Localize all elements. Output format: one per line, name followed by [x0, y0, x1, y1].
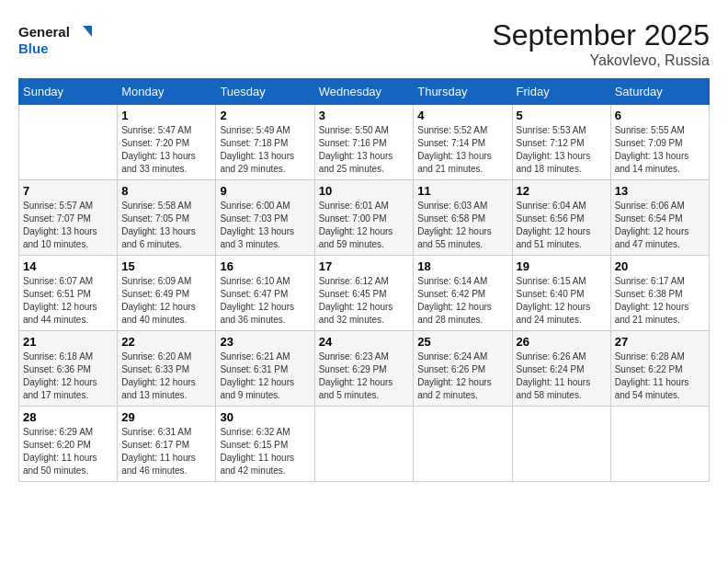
day-number: 6 — [615, 109, 705, 122]
calendar-cell: 13Sunrise: 6:06 AM Sunset: 6:54 PM Dayli… — [610, 180, 709, 256]
day-number: 1 — [121, 109, 211, 122]
calendar-cell: 10Sunrise: 6:01 AM Sunset: 7:00 PM Dayli… — [314, 180, 414, 256]
calendar-cell — [610, 407, 709, 482]
day-number: 23 — [220, 335, 310, 349]
day-number: 26 — [517, 335, 607, 349]
day-number: 25 — [417, 335, 507, 349]
day-info: Sunrise: 5:53 AM Sunset: 7:12 PM Dayligh… — [517, 124, 607, 176]
title-block: September 2025 Yakovlevo, Russia — [492, 18, 710, 69]
calendar-cell: 4Sunrise: 5:52 AM Sunset: 7:14 PM Daylig… — [414, 105, 512, 180]
calendar-cell: 18Sunrise: 6:14 AM Sunset: 6:42 PM Dayli… — [414, 256, 512, 331]
calendar-cell: 3Sunrise: 5:50 AM Sunset: 7:16 PM Daylig… — [314, 105, 414, 180]
calendar-cell: 15Sunrise: 6:09 AM Sunset: 6:49 PM Dayli… — [118, 256, 216, 331]
calendar-cell: 26Sunrise: 6:26 AM Sunset: 6:24 PM Dayli… — [512, 331, 610, 407]
day-number: 5 — [517, 109, 607, 122]
day-number: 8 — [121, 184, 211, 198]
svg-text:Blue: Blue — [18, 40, 49, 56]
day-number: 21 — [23, 335, 113, 349]
calendar-cell: 8Sunrise: 5:58 AM Sunset: 7:05 PM Daylig… — [118, 180, 216, 256]
calendar-cell: 6Sunrise: 5:55 AM Sunset: 7:09 PM Daylig… — [610, 105, 709, 180]
day-number: 2 — [220, 109, 310, 122]
page-subtitle: Yakovlevo, Russia — [492, 52, 710, 69]
page-title: September 2025 — [492, 18, 710, 52]
day-info: Sunrise: 6:18 AM Sunset: 6:36 PM Dayligh… — [23, 350, 113, 402]
day-number: 20 — [615, 259, 705, 273]
day-info: Sunrise: 6:24 AM Sunset: 6:26 PM Dayligh… — [417, 350, 507, 402]
day-info: Sunrise: 6:00 AM Sunset: 7:03 PM Dayligh… — [220, 200, 310, 251]
calendar: SundayMondayTuesdayWednesdayThursdayFrid… — [18, 78, 710, 482]
day-info: Sunrise: 6:26 AM Sunset: 6:24 PM Dayligh… — [517, 350, 607, 402]
day-info: Sunrise: 6:17 AM Sunset: 6:38 PM Dayligh… — [615, 275, 705, 327]
day-header-tuesday: Tuesday — [216, 79, 314, 105]
day-number: 19 — [517, 259, 607, 273]
calendar-cell: 17Sunrise: 6:12 AM Sunset: 6:45 PM Dayli… — [314, 256, 414, 331]
day-info: Sunrise: 6:10 AM Sunset: 6:47 PM Dayligh… — [220, 275, 310, 327]
day-header-friday: Friday — [512, 79, 610, 105]
day-number: 28 — [23, 410, 113, 424]
day-number: 16 — [220, 259, 310, 273]
day-number: 29 — [121, 410, 211, 424]
day-header-saturday: Saturday — [610, 79, 709, 105]
day-number: 17 — [319, 259, 410, 273]
day-info: Sunrise: 5:52 AM Sunset: 7:14 PM Dayligh… — [417, 124, 507, 176]
day-number: 18 — [417, 259, 507, 273]
calendar-cell: 19Sunrise: 6:15 AM Sunset: 6:40 PM Dayli… — [512, 256, 610, 331]
calendar-cell: 14Sunrise: 6:07 AM Sunset: 6:51 PM Dayli… — [19, 256, 118, 331]
day-number: 22 — [121, 335, 211, 349]
day-info: Sunrise: 6:23 AM Sunset: 6:29 PM Dayligh… — [319, 350, 410, 402]
day-info: Sunrise: 6:28 AM Sunset: 6:22 PM Dayligh… — [615, 350, 705, 402]
calendar-cell: 23Sunrise: 6:21 AM Sunset: 6:31 PM Dayli… — [216, 331, 314, 407]
calendar-cell — [512, 407, 610, 482]
day-number: 4 — [417, 109, 507, 122]
day-number: 30 — [220, 410, 310, 424]
day-info: Sunrise: 6:14 AM Sunset: 6:42 PM Dayligh… — [417, 275, 507, 327]
calendar-cell: 7Sunrise: 5:57 AM Sunset: 7:07 PM Daylig… — [19, 180, 118, 256]
calendar-cell — [314, 407, 414, 482]
calendar-cell — [19, 105, 118, 180]
day-info: Sunrise: 6:31 AM Sunset: 6:17 PM Dayligh… — [121, 426, 211, 477]
calendar-cell — [414, 407, 512, 482]
day-number: 13 — [615, 184, 705, 198]
day-number: 9 — [220, 184, 310, 198]
day-info: Sunrise: 5:47 AM Sunset: 7:20 PM Dayligh… — [121, 124, 211, 176]
day-info: Sunrise: 6:09 AM Sunset: 6:49 PM Dayligh… — [121, 275, 211, 327]
calendar-cell: 27Sunrise: 6:28 AM Sunset: 6:22 PM Dayli… — [610, 331, 709, 407]
day-info: Sunrise: 6:15 AM Sunset: 6:40 PM Dayligh… — [517, 275, 607, 327]
day-info: Sunrise: 6:01 AM Sunset: 7:00 PM Dayligh… — [319, 200, 410, 251]
calendar-cell: 30Sunrise: 6:32 AM Sunset: 6:15 PM Dayli… — [216, 407, 314, 482]
calendar-cell: 11Sunrise: 6:03 AM Sunset: 6:58 PM Dayli… — [414, 180, 512, 256]
day-info: Sunrise: 5:58 AM Sunset: 7:05 PM Dayligh… — [121, 200, 211, 251]
day-info: Sunrise: 6:32 AM Sunset: 6:15 PM Dayligh… — [220, 426, 310, 477]
day-header-wednesday: Wednesday — [314, 79, 414, 105]
header: General Blue September 2025 Yakovlevo, R… — [18, 18, 710, 69]
day-header-monday: Monday — [118, 79, 216, 105]
day-number: 27 — [615, 335, 705, 349]
calendar-cell: 22Sunrise: 6:20 AM Sunset: 6:33 PM Dayli… — [118, 331, 216, 407]
svg-text:General: General — [18, 24, 70, 40]
day-info: Sunrise: 6:12 AM Sunset: 6:45 PM Dayligh… — [319, 275, 410, 327]
day-header-sunday: Sunday — [19, 79, 118, 105]
day-info: Sunrise: 6:03 AM Sunset: 6:58 PM Dayligh… — [417, 200, 507, 251]
day-number: 11 — [417, 184, 507, 198]
day-header-thursday: Thursday — [414, 79, 512, 105]
day-number: 24 — [319, 335, 410, 349]
calendar-cell: 1Sunrise: 5:47 AM Sunset: 7:20 PM Daylig… — [118, 105, 216, 180]
svg-marker-2 — [83, 26, 92, 37]
calendar-cell: 20Sunrise: 6:17 AM Sunset: 6:38 PM Dayli… — [610, 256, 709, 331]
day-info: Sunrise: 6:20 AM Sunset: 6:33 PM Dayligh… — [121, 350, 211, 402]
calendar-cell: 9Sunrise: 6:00 AM Sunset: 7:03 PM Daylig… — [216, 180, 314, 256]
day-info: Sunrise: 6:04 AM Sunset: 6:56 PM Dayligh… — [517, 200, 607, 251]
day-info: Sunrise: 6:06 AM Sunset: 6:54 PM Dayligh… — [615, 200, 705, 251]
calendar-cell: 21Sunrise: 6:18 AM Sunset: 6:36 PM Dayli… — [19, 331, 118, 407]
calendar-cell: 25Sunrise: 6:24 AM Sunset: 6:26 PM Dayli… — [414, 331, 512, 407]
day-info: Sunrise: 5:55 AM Sunset: 7:09 PM Dayligh… — [615, 124, 705, 176]
calendar-cell: 2Sunrise: 5:49 AM Sunset: 7:18 PM Daylig… — [216, 105, 314, 180]
calendar-cell: 16Sunrise: 6:10 AM Sunset: 6:47 PM Dayli… — [216, 256, 314, 331]
day-info: Sunrise: 6:29 AM Sunset: 6:20 PM Dayligh… — [23, 426, 113, 477]
day-number: 7 — [23, 184, 113, 198]
day-info: Sunrise: 6:21 AM Sunset: 6:31 PM Dayligh… — [220, 350, 310, 402]
day-number: 14 — [23, 259, 113, 273]
day-info: Sunrise: 5:57 AM Sunset: 7:07 PM Dayligh… — [23, 200, 113, 251]
calendar-cell: 5Sunrise: 5:53 AM Sunset: 7:12 PM Daylig… — [512, 105, 610, 180]
day-number: 15 — [121, 259, 211, 273]
